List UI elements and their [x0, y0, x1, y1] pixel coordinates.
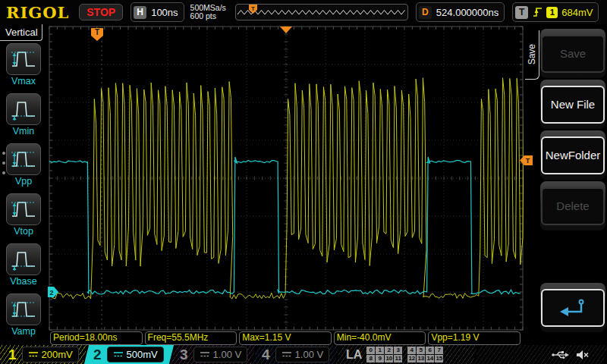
- channel-1-status[interactable]: 1 200mV: [0, 345, 89, 364]
- trigger-source-badge: 1: [546, 7, 558, 18]
- menu-item-vbase[interactable]: Vbase: [0, 241, 47, 291]
- usb-icon: [551, 350, 569, 360]
- menu-item-vmin[interactable]: Vmin: [0, 91, 47, 141]
- menu-item-label: Vpp: [0, 176, 47, 187]
- digital-ch-10: 10: [385, 355, 393, 362]
- menu-item-label: Vamp: [0, 326, 47, 337]
- graticule: T 2: [47, 24, 524, 331]
- digital-ch-4: 4: [407, 347, 416, 354]
- trigger-level-value: 684mV: [561, 7, 593, 18]
- preview-trigger-flag-label: T: [251, 5, 255, 12]
- digital-ch-1: 1: [376, 347, 384, 354]
- trigger-position-flag-label: T: [95, 28, 99, 36]
- digital-ch-3: 3: [394, 347, 402, 354]
- top-status-bar: RIGOL STOP H 100ns 500MSa/s 600 pts T D …: [0, 0, 607, 24]
- vtop-icon: [9, 196, 38, 222]
- menu-item-vamp[interactable]: Vamp: [0, 291, 47, 341]
- ch1-trace: [49, 78, 524, 299]
- channel-1-scale: 200mV: [42, 349, 73, 360]
- channel-2-status[interactable]: 2 500mV: [84, 345, 175, 364]
- menu-tab-save: Save: [525, 30, 539, 80]
- digital-ch-14: 14: [426, 355, 434, 362]
- vmax-icon: [9, 46, 38, 72]
- menu-item-label: Vtop: [0, 226, 47, 237]
- trigger-delay-box[interactable]: D 524.000000ns: [416, 2, 505, 22]
- trigger-slope-rising-icon: [533, 6, 543, 18]
- dc-coupling-icon: [281, 351, 292, 358]
- vamp-icon: [9, 297, 38, 322]
- waveform-memory-preview[interactable]: T: [235, 4, 408, 20]
- digital-ch-5: 5: [417, 347, 425, 354]
- channel-1-number: 1: [8, 345, 17, 364]
- digital-ch-2: 2: [385, 347, 393, 354]
- dc-coupling-icon: [113, 351, 124, 358]
- channel-3-scale: 1.00 V: [213, 349, 242, 360]
- la-label: LA: [346, 348, 362, 362]
- vbase-icon: [9, 246, 38, 272]
- channel-4-status[interactable]: 4 1.00 V: [253, 345, 341, 364]
- softkey-new-file[interactable]: New File: [541, 86, 605, 124]
- horizontal-timebase-box[interactable]: H 100ns: [131, 2, 184, 22]
- digital-ch-0: 0: [366, 347, 375, 354]
- center-time-marker: [280, 27, 292, 33]
- waveform-display: T 2 Period=18.00ns Freq=55.5MHz Max=1.15…: [47, 24, 524, 345]
- channel-2-number: 2: [93, 345, 102, 364]
- menu-item-vpp[interactable]: Vpp: [0, 141, 47, 191]
- timebase-value: 100ns: [151, 7, 178, 18]
- d-label: D: [419, 6, 432, 19]
- menu-item-vmax[interactable]: Vmax: [0, 41, 47, 91]
- h-label: H: [134, 6, 146, 19]
- measurement-freq[interactable]: Freq=55.5MHz: [145, 331, 237, 345]
- channel-4-scale: 1.00 V: [295, 349, 324, 360]
- channel-3-number: 3: [180, 345, 188, 364]
- sample-rate-readout: 500MSa/s 600 pts: [190, 4, 226, 20]
- menu-page-dots: [2, 152, 5, 181]
- left-menu-vertical: Vertical VmaxVminVppVtopVbaseVamp: [0, 24, 47, 345]
- menu-item-label: Vmin: [0, 126, 47, 136]
- softkey-newfolder[interactable]: NewFolder: [541, 136, 605, 174]
- status-icon-area: [474, 345, 607, 364]
- digital-ch-15: 15: [435, 355, 443, 362]
- measurement-period[interactable]: Period=18.00ns: [50, 331, 143, 345]
- softkey-delete[interactable]: Delete: [541, 187, 605, 225]
- rigol-logo: RIGOL: [6, 3, 69, 22]
- digital-ch-13: 13: [417, 355, 425, 362]
- vpp-icon: [9, 146, 38, 172]
- dc-coupling-icon: [28, 351, 39, 358]
- ch2-position-marker[interactable]: 2: [48, 287, 58, 297]
- la-digit-grid: 0123456789101112131415: [366, 347, 444, 363]
- measurement-bar: Period=18.00ns Freq=55.5MHz Max=1.15 V M…: [47, 331, 524, 345]
- menu-item-label: Vbase: [0, 276, 47, 287]
- menu-item-vtop[interactable]: Vtop: [0, 191, 47, 241]
- left-menu-title: Vertical: [0, 24, 42, 41]
- measurement-vpp[interactable]: Vpp=1.19 V: [428, 331, 521, 345]
- menu-tab-save-label: Save: [527, 44, 537, 64]
- return-arrow-icon: [558, 298, 588, 318]
- channel-4-number: 4: [262, 345, 270, 364]
- channel-3-status[interactable]: 3 1.00 V: [171, 345, 257, 364]
- digital-ch-12: 12: [407, 355, 416, 362]
- digital-ch-11: 11: [394, 355, 402, 362]
- ch2-position-marker-label: 2: [49, 289, 53, 297]
- digital-ch-9: 9: [376, 355, 384, 362]
- trigger-info-box[interactable]: T 1 684mV: [512, 2, 599, 22]
- speaker-muted-icon: [576, 350, 589, 360]
- t-label: T: [515, 6, 528, 19]
- trigger-delay-value: 524.000000ns: [436, 7, 498, 18]
- digital-ch-6: 6: [426, 347, 434, 354]
- trigger-position-flag[interactable]: T: [91, 28, 103, 41]
- softkey-return[interactable]: [541, 289, 605, 327]
- digital-ch-8: 8: [366, 355, 375, 362]
- right-menu: Save SaveNew FileNewFolderDelete T: [524, 24, 607, 345]
- run-state-button[interactable]: STOP: [79, 4, 123, 20]
- vmin-icon: [9, 96, 38, 122]
- channel-2-scale: 500mV: [127, 349, 158, 360]
- channel-status-bar: 1 200mV 2 500mV 3 1.00 V 4 1.00 V LA 012…: [0, 345, 607, 364]
- dc-coupling-icon: [200, 351, 210, 358]
- measurement-max[interactable]: Max=1.15 V: [239, 331, 332, 345]
- memory-depth: 600 pts: [190, 12, 226, 20]
- measurement-min[interactable]: Min=-40.0mV: [334, 331, 426, 345]
- digital-ch-7: 7: [435, 347, 443, 354]
- logic-analyzer-status[interactable]: LA 0123456789101112131415: [336, 345, 479, 364]
- softkey-save[interactable]: Save: [541, 35, 605, 73]
